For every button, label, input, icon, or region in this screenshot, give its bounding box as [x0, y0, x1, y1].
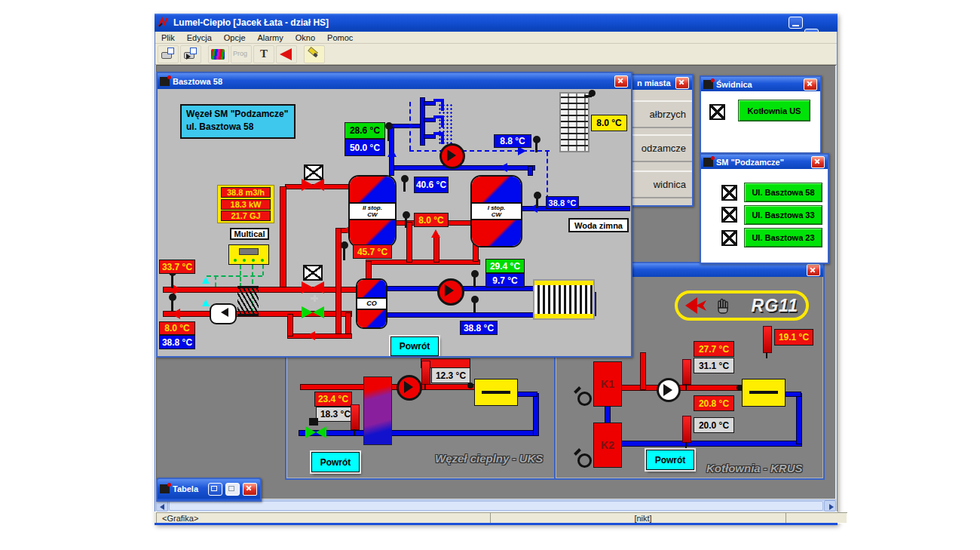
temp-38-8-co: 38.8 °C [460, 321, 498, 335]
menu-plik[interactable]: Plik [155, 32, 181, 43]
sensor-icon [171, 300, 173, 312]
temp-50-0: 50.0 °C [345, 139, 385, 156]
exchanger-ii-stop-cw: II stop.CW [348, 175, 397, 247]
krus-close-button[interactable] [807, 264, 820, 276]
pipe-node [467, 383, 473, 389]
swidnica-close-button[interactable] [804, 78, 817, 91]
flow-arrow [431, 229, 440, 238]
pipe-red [366, 260, 479, 264]
pipe-blue [621, 441, 801, 446]
sensor-icon [387, 128, 390, 141]
tap-icon [433, 115, 444, 128]
app-logo-icon [158, 17, 170, 29]
window-icon [160, 484, 170, 493]
swidnica-titlebar[interactable]: Świdnica [701, 77, 820, 91]
pointer-icon [280, 48, 292, 60]
scroll-right-icon [829, 504, 834, 510]
basztowa33-button[interactable]: Ul. Basztowa 33 [744, 205, 822, 225]
multical-display [239, 248, 259, 255]
signal-wire [240, 265, 241, 287]
temp-29-4: 29.4 °C [485, 259, 525, 273]
podzamcze-close-button[interactable] [811, 156, 825, 168]
import-graphics-button[interactable] [158, 45, 179, 63]
pointer-tool-button[interactable] [276, 45, 297, 63]
marker-tool-button[interactable] [304, 45, 325, 63]
tabela-maximize-button[interactable] [225, 483, 240, 496]
pipe-node [737, 385, 743, 391]
podzamcze-titlebar[interactable]: SM "Podzamcze" [701, 155, 828, 169]
minimize-button[interactable] [789, 17, 803, 29]
burner-icon [577, 453, 592, 468]
scroll-right-button[interactable] [824, 500, 836, 512]
krus-temp-20-0: 20.0 °C [694, 417, 734, 433]
swidnica-checkbox[interactable] [709, 104, 725, 120]
temp-9-7: 9.7 °C [485, 273, 525, 287]
basztowa58-checkbox[interactable] [721, 185, 737, 201]
red-sensor [682, 359, 691, 385]
krus-temp-19-1: 19.1 °C [774, 329, 813, 346]
sensor-icon [405, 217, 407, 228]
signal-arrow [202, 277, 210, 284]
basztowa-title: Basztowa 58 [173, 77, 222, 86]
menu-opcje[interactable]: Opcje [218, 32, 252, 43]
valve-actuator-icon [303, 265, 323, 281]
basztowa-titlebar[interactable]: Basztowa 58 [158, 73, 631, 89]
scroll-left-button[interactable] [156, 500, 168, 512]
pipe-red [301, 385, 363, 389]
pipe-blue [518, 392, 537, 396]
tabela-close-button[interactable] [243, 483, 257, 496]
woda-zimna-label: Woda zimna [568, 218, 629, 232]
uks-pump-icon [397, 375, 422, 401]
scroll-left-icon [160, 504, 164, 510]
text-tool-button[interactable]: T [253, 45, 274, 63]
info-line2: ul. Basztowa 58 [186, 121, 289, 134]
basztowa23-checkbox[interactable] [721, 230, 737, 246]
kotlownia-us-button[interactable]: Kotłownia US [738, 100, 810, 121]
menu-pomoc[interactable]: Pomoc [321, 32, 359, 43]
plan-miasta-close-button[interactable] [675, 77, 689, 89]
pipe-blue [534, 394, 538, 435]
chart-tool-button[interactable] [208, 45, 229, 63]
basztowa33-checkbox[interactable] [721, 207, 737, 223]
temp-8-8: 8.8 °C [494, 134, 531, 148]
app-titlebar[interactable]: Lumel-Ciepło [Jacek Łata - dział HS] [155, 14, 838, 32]
valve-actuator [309, 418, 318, 426]
basztowa-close-button[interactable] [614, 75, 628, 88]
temp-38-8-return: 38.8 °C [159, 335, 195, 349]
status-user: [nikt] [490, 512, 796, 524]
menu-okno[interactable]: Okno [289, 32, 321, 43]
plan-miasta-title: n miasta [637, 78, 671, 88]
window-icon [160, 77, 170, 86]
pipe-blue [797, 394, 801, 444]
uks-powrot-button[interactable]: Powrót [311, 452, 360, 472]
menu-alarmy[interactable]: Alarmy [252, 32, 289, 43]
export-graphics-button[interactable] [180, 45, 201, 63]
flow-value: 38.8 m3/h [221, 187, 271, 198]
pipe-blue [391, 124, 423, 128]
tabela-restore-button[interactable] [208, 483, 222, 496]
scroll-thumb[interactable] [169, 501, 823, 511]
tabela-titlebar[interactable]: Tabela [158, 479, 260, 499]
energy-meter-box: 38.8 m3/h 18.3 kW 21.7 GJ [217, 185, 274, 223]
krus-powrot-button[interactable]: Powrót [646, 450, 694, 470]
flow-meter-icon [210, 303, 237, 324]
outdoor-sensor-stem [584, 95, 592, 97]
window-tabela: Tabela [156, 478, 262, 502]
pipe-red [164, 287, 356, 292]
maximize-icon [228, 486, 234, 491]
basztowa-powrot-button[interactable]: Powrót [390, 336, 439, 356]
pipe-red [641, 353, 645, 389]
control-valve-icon [302, 179, 324, 192]
temp-8-0-return: 8.0 °C [159, 321, 195, 335]
multical-device [228, 244, 269, 265]
tabela-title: Tabela [173, 484, 198, 493]
uks-heat-exchanger [363, 376, 392, 445]
green-valve-icon [302, 306, 324, 318]
prog-tool-button[interactable]: Prog [231, 45, 252, 63]
temp-40-6: 40.6 °C [414, 177, 449, 193]
burner-icon [577, 392, 592, 406]
menu-edycja[interactable]: Edycja [181, 32, 218, 43]
pipe-red [346, 313, 351, 336]
basztowa23-button[interactable]: Ul. Basztowa 23 [744, 228, 822, 247]
basztowa58-button[interactable]: Ul. Basztowa 58 [744, 183, 822, 202]
